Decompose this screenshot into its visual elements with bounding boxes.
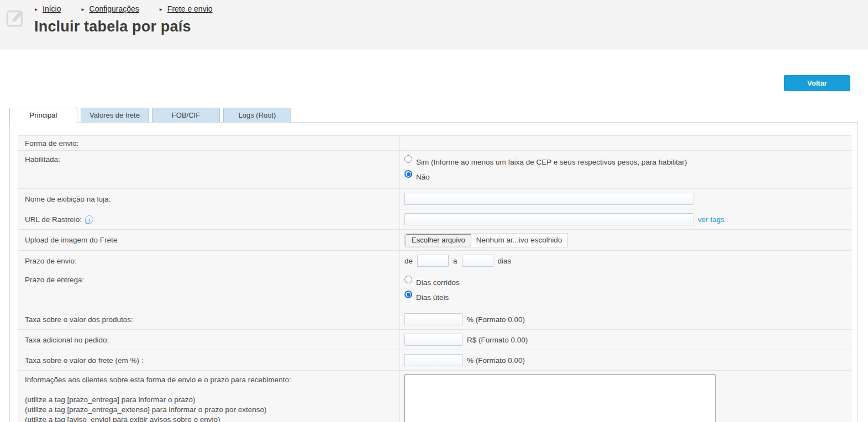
informacoes-hint-2: (utilize a tag [prazo_entrega_extenso] p… xyxy=(25,405,291,415)
row-taxa-frete: Taxa sobre o valor do frete (em %) : % (… xyxy=(18,350,851,371)
breadcrumb-link-settings[interactable]: Configurações xyxy=(90,4,139,13)
file-input[interactable]: Escolher arquivo Nenhum ar...ivo escolhi… xyxy=(404,233,568,247)
informacoes-textarea[interactable] xyxy=(404,374,716,422)
taxa-produtos-label: Taxa sobre o valor dos produtos: xyxy=(18,309,400,329)
page-header: ▸ Início ▸ Configurações ▸ Frete e envio… xyxy=(0,0,868,50)
prazo-envio-de-text: de xyxy=(404,257,413,265)
prazo-envio-from-input[interactable] xyxy=(417,255,449,267)
row-taxa-pedido: Taxa adicional no pedido: R$ (Formato 0.… xyxy=(18,330,851,350)
breadcrumb-item-settings[interactable]: ▸ Configurações xyxy=(82,4,139,13)
tab-bar: Principal Valores de frete FOB/CIF Logs … xyxy=(9,108,291,123)
prazo-envio-label: Prazo de envio: xyxy=(18,251,400,271)
prazo-entrega-option-corridos[interactable]: Dias corridos xyxy=(404,275,460,289)
habilitada-sim-label: Sim (Informe ao menos um faixa de CEP e … xyxy=(416,158,687,166)
taxa-frete-input[interactable] xyxy=(404,354,462,366)
taxa-pedido-suffix: R$ (Formato 0.00) xyxy=(467,336,528,344)
breadcrumb-arrow-icon: ▸ xyxy=(160,6,162,12)
prazo-envio-to-input[interactable] xyxy=(462,255,493,267)
page-title: Incluir tabela por país xyxy=(34,18,191,35)
breadcrumb-arrow-icon: ▸ xyxy=(82,6,85,12)
file-name-text: Nenhum ar...ivo escolhido xyxy=(476,236,562,244)
habilitada-option-sim[interactable]: Sim (Informe ao menos um faixa de CEP e … xyxy=(404,154,687,169)
info-icon[interactable]: i xyxy=(85,215,93,224)
breadcrumb-item-home[interactable]: ▸ Início xyxy=(35,4,61,13)
tab-principal[interactable]: Principal xyxy=(9,108,77,123)
habilitada-nao-label: Não xyxy=(416,173,430,181)
habilitada-option-nao[interactable]: Não xyxy=(404,169,430,184)
row-habilitada: Habilitada: Sim (Informe ao menos um fai… xyxy=(18,151,851,189)
forma-de-envio-label: Forma de envio: xyxy=(18,136,400,150)
tab-fob-cif[interactable]: FOB/CIF xyxy=(152,108,220,122)
taxa-pedido-input[interactable] xyxy=(404,334,462,346)
taxa-produtos-suffix: % (Formato 0.00) xyxy=(467,315,525,324)
taxa-frete-label: Taxa sobre o valor do frete (em %) : xyxy=(18,350,400,370)
prazo-entrega-option-uteis[interactable]: Dias úteis xyxy=(404,289,449,304)
prazo-envio-a-text: a xyxy=(453,257,457,265)
informacoes-label: Informações aos clientes sobre esta form… xyxy=(25,376,291,384)
radio-button-sim[interactable] xyxy=(404,155,412,163)
habilitada-label: Habilitada: xyxy=(18,151,400,188)
taxa-frete-suffix: % (Formato 0.00) xyxy=(467,356,525,365)
row-upload-imagem: Upload de imagem do Frete Escolher arqui… xyxy=(18,230,851,251)
choose-file-button[interactable]: Escolher arquivo xyxy=(406,234,471,246)
upload-imagem-label: Upload de imagem do Frete xyxy=(18,230,400,250)
prazo-envio-dias-text: dias xyxy=(498,257,512,265)
informacoes-hint-1: (utilize a tag [prazo_entrega] para info… xyxy=(25,395,291,405)
row-forma-de-envio: Forma de envio: xyxy=(18,136,851,151)
row-nome-exibicao: Nome de exibição na loja: xyxy=(18,189,851,209)
nome-exibicao-input[interactable] xyxy=(404,193,693,205)
back-button[interactable]: Voltar xyxy=(784,75,850,91)
prazo-entrega-label: Prazo de entrega: xyxy=(18,271,400,309)
taxa-produtos-input[interactable] xyxy=(404,313,462,325)
dias-corridos-label: Dias corridos xyxy=(416,278,460,287)
informacoes-hint-3: (utilize a tag [aviso_envio] para exibir… xyxy=(25,415,291,422)
nome-exibicao-label: Nome de exibição na loja: xyxy=(18,189,400,209)
tab-panel-principal: Forma de envio: Habilitada: Sim (Informe… xyxy=(9,122,858,422)
taxa-pedido-label: Taxa adicional no pedido: xyxy=(18,330,400,350)
breadcrumb-item-shipping[interactable]: ▸ Frete e envio xyxy=(160,4,213,13)
url-rastreio-label: URL de Rastreio: xyxy=(25,215,82,224)
forma-de-envio-value xyxy=(400,136,851,150)
radio-button-nao[interactable] xyxy=(404,170,412,178)
radio-button-dias-corridos[interactable] xyxy=(404,276,412,283)
row-url-rastreio: URL de Rastreio: i ver tags xyxy=(18,209,851,230)
breadcrumb-link-home[interactable]: Início xyxy=(43,4,61,13)
breadcrumb-link-shipping[interactable]: Frete e envio xyxy=(167,4,213,13)
tab-valores-de-frete[interactable]: Valores de frete xyxy=(81,108,149,122)
row-prazo-envio: Prazo de envio: de a dias xyxy=(18,251,851,271)
tab-logs-root[interactable]: Logs (Root) xyxy=(223,108,291,122)
row-prazo-entrega: Prazo de entrega: Dias corridos Dias úte… xyxy=(18,271,851,309)
breadcrumb-arrow-icon: ▸ xyxy=(35,6,38,12)
row-informacoes: Informações aos clientes sobre esta form… xyxy=(18,371,851,422)
row-taxa-produtos: Taxa sobre o valor dos produtos: % (Form… xyxy=(18,309,851,330)
url-rastreio-input[interactable] xyxy=(404,213,693,225)
radio-button-dias-uteis[interactable] xyxy=(404,291,412,298)
shipping-form-table: Forma de envio: Habilitada: Sim (Informe… xyxy=(18,135,851,422)
dias-uteis-label: Dias úteis xyxy=(416,293,449,302)
ver-tags-link[interactable]: ver tags xyxy=(698,215,724,224)
edit-page-icon xyxy=(4,7,27,31)
breadcrumb: ▸ Início ▸ Configurações ▸ Frete e envio xyxy=(35,4,213,13)
